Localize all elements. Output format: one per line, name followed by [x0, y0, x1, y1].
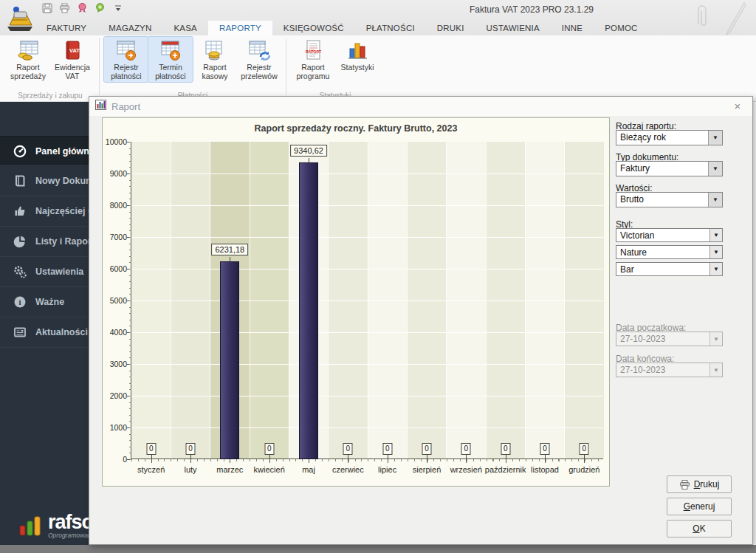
print-icon[interactable] [59, 2, 70, 13]
ribbon-group-label: Sprzedaży i zakupu [3, 92, 97, 100]
chevron-down-icon[interactable]: ▼ [708, 162, 722, 176]
table-sync-icon [247, 39, 271, 61]
zero-value-label: 0 [422, 443, 432, 455]
x-axis-major-tick [230, 459, 230, 463]
pencil-icon [719, 1, 749, 38]
dialog-title: Raport [111, 101, 140, 112]
ribbon-group-separator [99, 38, 100, 95]
tab-faktury[interactable]: FAKTURY [35, 21, 97, 35]
x-axis-major-tick [190, 459, 191, 463]
tab-pomoc[interactable]: POMOC [594, 21, 648, 35]
thumb-up-icon [13, 205, 27, 218]
ribbon-group-buttons: Rejestr płatnościTermin płatnościRaport … [104, 37, 281, 82]
ribbon-button-label: Rejestr przelewów [238, 63, 281, 80]
ribbon-button-statystyki[interactable]: Statystyki [335, 37, 379, 73]
sidebar-item-label: Panel główny [35, 146, 94, 157]
svg-text:VAT: VAT [69, 47, 80, 54]
y-axis-tick-label: 7000 [102, 233, 127, 241]
y-axis-tick-label: 3000 [102, 360, 127, 368]
generuj-button[interactable]: Generuj [667, 498, 732, 515]
app-menu-icon[interactable] [4, 2, 36, 35]
svg-text:RAPORT: RAPORT [306, 49, 321, 54]
bar-value-label: 6231,18 [211, 244, 248, 255]
y-axis-tick-label: 5000 [102, 296, 127, 305]
chevron-down-icon[interactable]: ▼ [708, 193, 722, 207]
app-window: Faktura VAT 2023 PRO 23.1.29 FAKTURYMAGA… [0, 0, 756, 553]
quick-access-toolbar [41, 2, 123, 13]
ribbon-button-label: Rejestr płatności [105, 63, 148, 80]
toolbar-options-icon[interactable] [112, 2, 123, 13]
combo-typ-dokumentu[interactable]: Faktury▼ [616, 161, 723, 176]
zero-value-label: 0 [382, 443, 392, 455]
close-icon[interactable]: × [730, 99, 745, 114]
x-axis-major-tick [584, 459, 585, 463]
chevron-down-icon[interactable]: ▼ [709, 229, 722, 241]
tab-platnosci[interactable]: PŁATNOŚCI [355, 21, 426, 35]
stats-bars-icon [346, 39, 369, 61]
drukuj-button[interactable]: Drukuj [667, 475, 732, 493]
chevron-down-icon[interactable]: ▼ [709, 246, 722, 258]
badge-icon[interactable] [77, 2, 88, 13]
chevron-down-icon: ▼ [709, 363, 722, 377]
style-combo-bar[interactable]: Bar▼ [616, 262, 723, 276]
x-axis-category-label: marzec [216, 465, 243, 474]
value-label-connector [309, 158, 309, 162]
style-combo-bar-value: Bar [616, 263, 709, 275]
x-axis-major-tick [388, 459, 388, 463]
chevron-down-icon: ▼ [709, 332, 722, 346]
gauge-icon [13, 145, 27, 158]
tab-druki[interactable]: DRUKI [426, 21, 475, 35]
ok-button[interactable]: OK [667, 520, 732, 537]
ribbon-tab-bar: FAKTURYMAGAZYNKASARAPORTYKSIĘGOWOŚĆPŁATN… [35, 21, 649, 35]
award-icon[interactable] [94, 2, 106, 13]
x-axis-minor-ticks [131, 459, 604, 461]
value-label-connector [190, 455, 191, 459]
ribbon-button-rejestr-platnosci[interactable]: Rejestr płatności [104, 37, 148, 82]
zero-value-label: 0 [580, 443, 589, 455]
ribbon-button-ewidencja-vat[interactable]: VATEwidencja VAT [50, 37, 94, 82]
ribbon-button-rejestr-przelewow[interactable]: Rejestr przelewów [237, 37, 281, 82]
pie-chart-icon [13, 235, 27, 248]
value-label-connector [388, 455, 388, 459]
tab-ksiegowosc[interactable]: KSIĘGOWOŚĆ [272, 21, 355, 35]
table-arrow-icon [114, 39, 138, 61]
style-combo-nature[interactable]: Nature▼ [616, 245, 723, 259]
ribbon-group-buttons: Raport sprzedażyVATEwidencja VAT [6, 37, 94, 82]
ribbon-button-termin-platnosci[interactable]: Termin płatności [148, 37, 193, 82]
zero-value-label: 0 [501, 443, 510, 455]
chevron-down-icon[interactable]: ▼ [709, 263, 722, 275]
x-axis-category-label: kwiecień [254, 465, 285, 474]
tab-raporty[interactable]: RAPORTY [208, 21, 272, 35]
tab-kasa[interactable]: KASA [163, 21, 208, 35]
brand-bars-icon [19, 515, 41, 539]
save-icon[interactable] [41, 2, 52, 13]
style-combo-nature-value: Nature [616, 246, 709, 258]
x-axis-category-label: lipiec [378, 465, 396, 474]
x-axis-major-tick [309, 459, 309, 463]
ribbon-button-raport-programu[interactable]: RAPORTRaport programu [291, 37, 335, 82]
zero-value-label: 0 [343, 443, 353, 455]
gridline [131, 237, 603, 238]
zero-value-label: 0 [540, 443, 550, 455]
gridline [131, 269, 603, 269]
report-dialog: Raport × Raport sprzedaży roczny. Faktur… [89, 96, 753, 545]
x-axis-major-tick [545, 459, 546, 463]
style-combo-victorian[interactable]: Victorian▼ [616, 228, 723, 242]
chart-title: Raport sprzedaży roczny. Faktury Brutto,… [103, 123, 609, 134]
ribbon-button-raport-sprzedazy[interactable]: Raport sprzedaży [6, 37, 50, 82]
combo-wartosci[interactable]: Brutto▼ [616, 192, 723, 207]
combo-typ-dokumentu-value: Faktury [616, 162, 708, 176]
ribbon-button-raport-kasowy[interactable]: Raport kasowy [193, 37, 237, 82]
tab-magazyn[interactable]: MAGAZYN [97, 21, 162, 35]
x-axis-major-tick [427, 459, 427, 463]
chevron-down-icon[interactable]: ▼ [708, 131, 722, 145]
dialog-title-bar: Raport × [89, 97, 752, 116]
tab-ustawienia[interactable]: USTAWIENIA [475, 21, 551, 35]
combo-rodzaj-raportu[interactable]: Bieżący rok▼ [616, 130, 723, 145]
table-coins2-icon [203, 39, 227, 61]
date-combo-data-koncowa-value: 27-10-2023 [616, 363, 709, 377]
dialog-chart-icon [95, 100, 106, 113]
news-icon [13, 326, 27, 339]
tab-inne[interactable]: INNE [551, 21, 594, 35]
y-axis-tick-label: 2000 [102, 391, 127, 400]
